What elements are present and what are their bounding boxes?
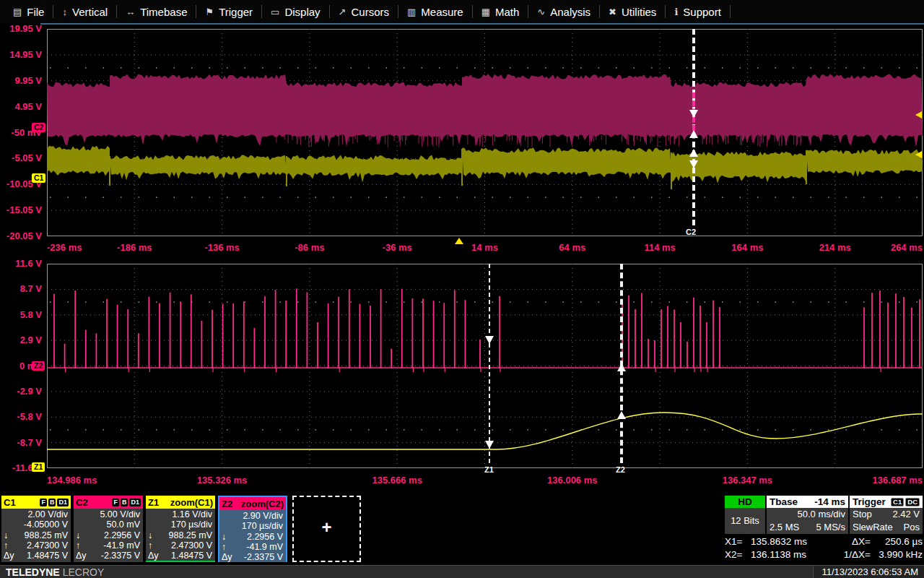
inv-dx-value: 3.990 kHz — [876, 548, 924, 561]
descriptor-row: 170 µs/div — [148, 519, 212, 530]
upper-x-label: 64 ms — [559, 242, 585, 253]
x2-label: X2= — [725, 548, 751, 561]
upper-x-label: -86 ms — [295, 242, 324, 253]
cursor-arrow-icon — [485, 336, 494, 344]
menu-item-label: Support — [683, 6, 721, 18]
trigger-level: 2.42 V — [892, 508, 920, 521]
menu-item-support[interactable]: ℹSupport — [666, 0, 730, 23]
hd-mode-panel[interactable]: HD 12 Bits — [725, 496, 765, 534]
axis-badge-c2[interactable]: C2 — [32, 123, 45, 132]
trigger-time-marker-icon[interactable] — [455, 238, 463, 244]
x1-label: X1= — [725, 535, 751, 548]
lower-x-label: 134.986 ms — [47, 475, 97, 486]
descriptor-zoom-source: zoom(C1) — [170, 497, 213, 508]
waveform-display-area: 19.95 V14.95 V9.95 V4.95 V-50 mV-5.05 V-… — [0, 23, 924, 494]
menu-item-vertical[interactable]: ↕Vertical — [53, 0, 116, 23]
tbase-samples: 2.5 MS — [770, 521, 799, 534]
menu-item-display[interactable]: ▭Display — [262, 0, 328, 23]
add-trace-box[interactable]: + — [292, 496, 361, 562]
cursor-c2-label: C2 — [686, 228, 696, 236]
descriptor-row: 50.0 mV — [76, 519, 140, 530]
trigger-slope: Pos — [904, 521, 920, 534]
main-grid-canvas — [47, 29, 923, 236]
descriptor-row-value: 170 µs/div — [242, 521, 283, 531]
channel-descriptors: C1FBD12.00 V/div-4.05000 V↓988.25 mV↑2.4… — [1, 496, 287, 562]
lower-y-label: 2.9 V — [0, 335, 42, 345]
menu-item-label: Trigger — [219, 6, 253, 18]
brand-logo: TELEDYNELECROY — [0, 566, 104, 578]
menu-item-trigger[interactable]: ⚑Trigger — [196, 0, 261, 23]
lower-y-label: -8.7 V — [0, 437, 42, 448]
descriptor-row-value: 988.25 mV — [169, 530, 212, 540]
descriptor-z1[interactable]: Z1zoom(C1)1.16 V/div170 µs/div↓988.25 mV… — [146, 496, 215, 562]
tbase-scale: 50.0 ms/div — [798, 508, 845, 521]
descriptor-header: C1FBD1 — [1, 496, 71, 509]
descriptor-row: 2.00 V/div — [4, 509, 68, 519]
descriptor-row-value: 2.2956 V — [104, 530, 140, 540]
support-info-icon: ℹ — [674, 7, 678, 17]
descriptor-row-symbol: ↓ — [222, 532, 236, 542]
trace-c1 — [287, 155, 462, 183]
cursor-x1-label: Z1 — [484, 465, 494, 474]
axis-badge-z2[interactable]: Z2 — [32, 361, 45, 371]
trigger-panel[interactable]: Trigger C1 DC Stop 2.42 V SlewRate Pos — [850, 496, 923, 534]
descriptor-row: ↓988.25 mV — [148, 530, 212, 540]
descriptor-c1[interactable]: C1FBD12.00 V/div-4.05000 V↓988.25 mV↑2.4… — [1, 496, 71, 562]
descriptor-row-value: 2.00 V/div — [27, 509, 68, 519]
cursor-arrow-icon — [689, 130, 698, 138]
upper-x-label: -236 ms — [47, 242, 82, 253]
axis-badge-z1[interactable]: Z1 — [32, 462, 45, 472]
axis-badge-c1[interactable]: C1 — [32, 173, 45, 183]
descriptor-row-value: 1.16 V/div — [172, 509, 212, 519]
analysis-chart-icon: ∿ — [537, 7, 545, 17]
descriptor-z2[interactable]: Z2zoom(C2)2.90 V/div170 µs/div↓2.2956 V↑… — [218, 496, 287, 562]
cursor-arrow-icon — [689, 149, 698, 157]
upper-y-label: -5.05 V — [0, 152, 42, 163]
timebase-icon: ↔ — [126, 7, 135, 17]
utilities-tools-icon: ✖ — [609, 7, 616, 17]
descriptor-id: Z2 — [222, 499, 232, 509]
lower-y-label: 5.8 V — [0, 309, 42, 320]
menu-item-label: Utilities — [622, 6, 656, 18]
status-bar: TELEDYNELECROY 11/13/2023 6:06:53 AM — [0, 565, 924, 578]
descriptor-row-value: 988.25 mV — [25, 530, 68, 540]
menu-item-math[interactable]: ▦Math — [473, 0, 528, 23]
descriptor-row-symbol: ↑ — [148, 540, 162, 551]
menu-item-measure[interactable]: ▥Measure — [398, 0, 472, 23]
zoom-grid-panel: 11.6 V8.7 V5.8 V2.9 V0 mV-2.9 V-5.8 V-8.… — [0, 254, 924, 494]
descriptor-row-symbol: Δy — [148, 551, 162, 561]
cursors-icon: ↗ — [339, 7, 346, 17]
upper-x-label: -36 ms — [383, 242, 412, 253]
menu-item-analysis[interactable]: ∿Analysis — [528, 0, 599, 23]
cursor-x1-line[interactable] — [489, 264, 490, 463]
menu-divider — [730, 5, 731, 18]
upper-y-label: 14.95 V — [0, 49, 42, 60]
descriptor-row: ↓988.25 mV — [4, 530, 68, 540]
descriptor-row-symbol — [148, 509, 162, 519]
descriptor-body: 2.00 V/div-4.05000 V↓988.25 mV↑2.47300 V… — [1, 509, 71, 561]
descriptor-row-symbol — [76, 519, 90, 530]
descriptor-row: ↑2.47300 V — [148, 540, 212, 551]
display-icon: ▭ — [271, 7, 279, 17]
descriptor-row: 1.16 V/div — [148, 509, 212, 519]
lower-x-label: 136.687 ms — [873, 475, 923, 486]
trigger-type: SlewRate — [853, 521, 893, 534]
timebase-panel[interactable]: Tbase -14 ms 50.0 ms/div 2.5 MS 5 MS/s — [767, 496, 848, 534]
descriptor-badge-b: B — [48, 499, 56, 506]
upper-x-label: -186 ms — [117, 242, 152, 253]
menu-item-cursors[interactable]: ↗Cursors — [330, 0, 398, 23]
tbase-offset: -14 ms — [814, 496, 845, 507]
descriptor-row-value: -2.3375 V — [244, 552, 283, 562]
descriptor-row-value: 2.90 V/div — [243, 511, 283, 521]
descriptor-row: Δy-2.3375 V — [76, 551, 140, 561]
cursor-arrow-icon — [485, 441, 494, 449]
descriptor-body: 1.16 V/div170 µs/div↓988.25 mV↑2.47300 V… — [146, 509, 215, 561]
descriptor-badges: FBD1 — [38, 499, 69, 506]
menu-item-timebase[interactable]: ↔Timebase — [117, 0, 196, 23]
descriptor-c2[interactable]: C2FBD15.00 V/div50.0 mV↓2.2956 V↑-41.9 m… — [74, 496, 143, 562]
menu-item-utilities[interactable]: ✖Utilities — [600, 0, 665, 23]
file-icon: ▤ — [13, 7, 22, 17]
trigger-flag-icon: ⚑ — [205, 7, 214, 17]
descriptor-row-symbol: ↑ — [76, 540, 90, 551]
menu-item-file[interactable]: ▤File — [4, 0, 53, 23]
